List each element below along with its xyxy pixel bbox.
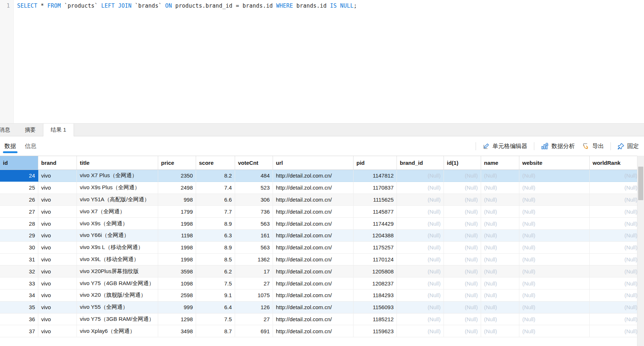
table-row[interactable]: 29vivovivo Y66i（全网通）11986.3161http://det… — [0, 230, 644, 242]
cell-score[interactable]: 9.1 — [196, 289, 235, 302]
cell-brand_id[interactable]: (Null) — [397, 302, 444, 314]
column-header-title[interactable]: title — [77, 156, 158, 170]
cell-score[interactable]: 7.5 — [196, 277, 235, 289]
cell-name[interactable]: (Null) — [481, 194, 519, 206]
cell-brand[interactable]: vivo — [38, 170, 77, 182]
cell-pid[interactable]: 1184293 — [354, 289, 397, 302]
cell-title[interactable]: vivo X7 Plus（全网通） — [77, 170, 158, 182]
cell-brand[interactable]: vivo — [38, 302, 77, 314]
cell-id_1[interactable]: (Null) — [444, 242, 481, 254]
tab-messages[interactable]: 消息 — [0, 124, 17, 136]
cell-brand[interactable]: vivo — [38, 218, 77, 230]
cell-id_1[interactable]: (Null) — [444, 206, 481, 218]
cell-brand_id[interactable]: (Null) — [397, 254, 444, 266]
cell-brand_id[interactable]: (Null) — [397, 242, 444, 254]
cell-voteCnt[interactable]: 1075 — [235, 289, 273, 302]
tab-summary[interactable]: 摘要 — [17, 124, 43, 136]
cell-brand[interactable]: vivo — [38, 289, 77, 302]
tab-info[interactable]: 信息 — [24, 137, 37, 156]
cell-name[interactable]: (Null) — [481, 289, 519, 302]
cell-url[interactable]: http://detail.zol.com.cn/ — [273, 194, 354, 206]
cell-worldRank[interactable]: (Null) — [590, 170, 641, 182]
table-row[interactable]: 32vivovivo X20Plus屏幕指纹版35986.217http://d… — [0, 265, 644, 277]
pin-button[interactable]: 固定 — [614, 140, 643, 152]
cell-worldRank[interactable]: (Null) — [590, 289, 641, 302]
cell-url[interactable]: http://detail.zol.com.cn/ — [273, 206, 354, 218]
cell-website[interactable]: (Null) — [519, 242, 590, 254]
cell-id[interactable]: 25 — [0, 182, 38, 194]
cell-title[interactable]: vivo X20（旗舰版/全网通） — [77, 289, 158, 302]
cell-website[interactable]: (Null) — [519, 170, 590, 182]
cell-price[interactable]: 1298 — [158, 314, 196, 326]
cell-id[interactable]: 29 — [0, 230, 38, 242]
cell-brand_id[interactable]: (Null) — [397, 289, 444, 302]
cell-score[interactable]: 7.5 — [196, 314, 235, 326]
cell-id_1[interactable]: (Null) — [444, 302, 481, 314]
table-row[interactable]: 31vivovivo X9L（移动全网通）19988.51362http://d… — [0, 254, 644, 266]
cell-pid[interactable]: 1205808 — [354, 265, 397, 277]
cell-brand[interactable]: vivo — [38, 206, 77, 218]
cell-id_1[interactable]: (Null) — [444, 254, 481, 266]
cell-id[interactable]: 32 — [0, 265, 38, 277]
cell-title[interactable]: vivo Y51A（高配版/全网通） — [77, 194, 158, 206]
table-row[interactable]: 28vivovivo X9s（全网通）19988.9563http://deta… — [0, 218, 644, 230]
column-header-pid[interactable]: pid — [354, 156, 397, 170]
vertical-scrollbar[interactable] — [637, 156, 644, 346]
cell-score[interactable]: 8.9 — [196, 242, 235, 254]
cell-worldRank[interactable]: (Null) — [590, 218, 641, 230]
cell-worldRank[interactable]: (Null) — [590, 277, 641, 289]
cell-brand_id[interactable]: (Null) — [397, 206, 444, 218]
cell-score[interactable]: 7.7 — [196, 206, 235, 218]
cell-voteCnt[interactable]: 306 — [235, 194, 273, 206]
cell-score[interactable]: 8.9 — [196, 218, 235, 230]
cell-url[interactable]: http://detail.zol.com.cn/ — [273, 170, 354, 182]
cell-voteCnt[interactable]: 161 — [235, 230, 273, 242]
cell-voteCnt[interactable]: 736 — [235, 206, 273, 218]
cell-pid[interactable]: 1175257 — [354, 242, 397, 254]
table-row[interactable]: 25vivovivo X9s Plus（全网通）24987.4523http:/… — [0, 182, 644, 194]
cell-worldRank[interactable]: (Null) — [590, 254, 641, 266]
cell-price[interactable]: 998 — [158, 194, 196, 206]
cell-pid[interactable]: 1147812 — [354, 170, 397, 182]
cell-score[interactable]: 8.2 — [196, 170, 235, 182]
cell-name[interactable]: (Null) — [481, 314, 519, 326]
cell-price[interactable]: 2350 — [158, 170, 196, 182]
cell-url[interactable]: http://detail.zol.com.cn/ — [273, 182, 354, 194]
cell-title[interactable]: vivo Y75（4GB RAM/全网通） — [77, 277, 158, 289]
cell-url[interactable]: http://detail.zol.com.cn/ — [273, 325, 354, 337]
cell-brand[interactable]: vivo — [38, 265, 77, 277]
cell-id[interactable]: 34 — [0, 289, 38, 302]
cell-website[interactable]: (Null) — [519, 230, 590, 242]
cell-website[interactable]: (Null) — [519, 325, 590, 337]
cell-brand[interactable]: vivo — [38, 182, 77, 194]
cell-name[interactable]: (Null) — [481, 277, 519, 289]
cell-website[interactable]: (Null) — [519, 182, 590, 194]
column-header-id_1[interactable]: id(1) — [444, 156, 481, 170]
cell-id_1[interactable]: (Null) — [444, 325, 481, 337]
cell-url[interactable]: http://detail.zol.com.cn/ — [273, 302, 354, 314]
table-row[interactable]: 36vivovivo Y75（3GB RAM/全网通）12987.527http… — [0, 314, 644, 326]
cell-name[interactable]: (Null) — [481, 302, 519, 314]
cell-brand_id[interactable]: (Null) — [397, 314, 444, 326]
cell-score[interactable]: 6.6 — [196, 194, 235, 206]
column-header-url[interactable]: url — [273, 156, 354, 170]
cell-pid[interactable]: 1204388 — [354, 230, 397, 242]
cell-pid[interactable]: 1174429 — [354, 218, 397, 230]
cell-pid[interactable]: 1115625 — [354, 194, 397, 206]
cell-website[interactable]: (Null) — [519, 314, 590, 326]
cell-worldRank[interactable]: (Null) — [590, 302, 641, 314]
column-header-price[interactable]: price — [158, 156, 196, 170]
column-header-brand[interactable]: brand — [38, 156, 77, 170]
table-row[interactable]: 35vivovivo Y55（全网通）9996.4126http://detai… — [0, 302, 644, 314]
cell-voteCnt[interactable]: 17 — [235, 265, 273, 277]
cell-id_1[interactable]: (Null) — [444, 265, 481, 277]
cell-url[interactable]: http://detail.zol.com.cn/ — [273, 254, 354, 266]
cell-brand_id[interactable]: (Null) — [397, 194, 444, 206]
cell-id_1[interactable]: (Null) — [444, 277, 481, 289]
cell-voteCnt[interactable]: 1362 — [235, 254, 273, 266]
cell-brand[interactable]: vivo — [38, 194, 77, 206]
export-button[interactable]: 导出 — [578, 140, 608, 152]
cell-voteCnt[interactable]: 27 — [235, 314, 273, 326]
cell-brand_id[interactable]: (Null) — [397, 170, 444, 182]
cell-voteCnt[interactable]: 563 — [235, 242, 273, 254]
